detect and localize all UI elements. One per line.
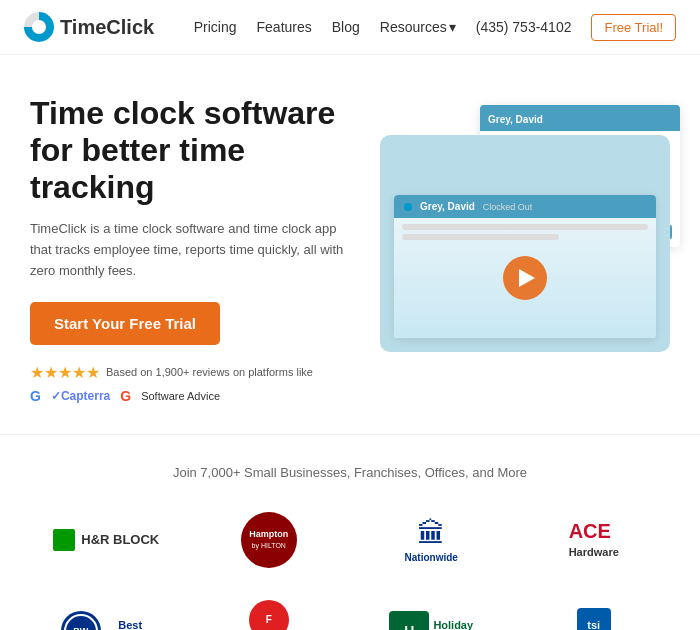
platform-logos: G ✓Capterra G Software Advice [30,388,360,404]
hrblock-icon [53,529,75,551]
nav-features[interactable]: Features [257,19,312,35]
hero-section: Time clock software for better time trac… [0,55,700,434]
hero-title: Time clock software for better time trac… [30,95,360,205]
play-button[interactable] [503,256,547,300]
nav-trial-button[interactable]: Free Trial! [591,14,676,41]
mockup-front-employee: Grey, David [420,201,475,212]
nav-pricing[interactable]: Pricing [194,19,237,35]
cta-button[interactable]: Start Your Free Trial [30,302,220,345]
logo-hrblock: H&R BLOCK [45,510,167,570]
bestwestern-name: Best [109,619,152,630]
mockup-front-window: Grey, David Clocked Out [380,135,670,352]
logo-bestwestern: BW Best Western [53,601,160,630]
logo[interactable]: TimeClick [24,12,154,42]
software-advice-logo: Software Advice [141,390,220,402]
ace-hardware-text: Hardware [569,546,619,558]
hero-description: TimeClick is a time clock software and t… [30,219,360,281]
farmers-icon: F [249,600,289,630]
holidayinn-badge: H [389,611,429,630]
navbar: TimeClick Pricing Features Blog Resource… [0,0,700,55]
hero-right: Grey, David Clock In [380,95,680,352]
ace-text: ACE [569,520,611,543]
holidayinn-text: Holiday [433,619,473,630]
logo-farmers: F FARMERS INSURANCE [234,592,303,630]
capterra-logo: ✓Capterra [51,389,110,403]
bestwestern-badge: BW [61,611,101,630]
nav-resources-link[interactable]: Resources [380,19,447,35]
nav-blog[interactable]: Blog [332,19,360,35]
hero-left: Time clock software for better time trac… [30,95,380,404]
nav-links: Pricing Features Blog Resources ▾ (435) … [194,14,676,41]
nav-resources[interactable]: Resources ▾ [380,19,456,35]
hampton-badge: Hamptonby HILTON [241,512,297,568]
logo-hampton: Hamptonby HILTON [233,504,305,576]
mockup-status: Clocked Out [483,202,533,212]
logos-grid: H&R BLOCK Hamptonby HILTON 🏛 Nationwide … [30,504,670,630]
logo-text: TimeClick [60,16,154,39]
star-icons: ★★★★★ [30,363,100,382]
mockup-back-title: Grey, David [488,114,543,125]
logos-subtitle: Join 7,000+ Small Businesses, Franchises… [30,465,670,480]
nationwide-text: Nationwide [405,552,458,563]
logo-nationwide: 🏛 Nationwide [397,509,466,571]
tsi-icon: tsi [577,608,611,630]
logo-holidayinn: H Holiday Inn [381,601,481,630]
g2-logo: G [120,388,131,404]
hrblock-text: H&R BLOCK [81,532,159,547]
stars-row: ★★★★★ Based on 1,900+ reviews on platfor… [30,363,360,382]
review-text: Based on 1,900+ reviews on platforms lik… [106,366,313,378]
logo-tsi: tsi tsihealthcare. [557,600,631,630]
nationwide-icon: 🏛 [417,517,445,550]
nav-phone[interactable]: (435) 753-4102 [476,19,572,35]
logo-icon [24,12,54,42]
logos-section: Join 7,000+ Small Businesses, Franchises… [0,434,700,630]
hampton-text: Hamptonby HILTON [249,529,288,551]
logo-ace: ACE Hardware [561,510,627,570]
google-logo: G [30,388,41,404]
chevron-down-icon: ▾ [449,19,456,35]
play-icon [519,269,535,287]
